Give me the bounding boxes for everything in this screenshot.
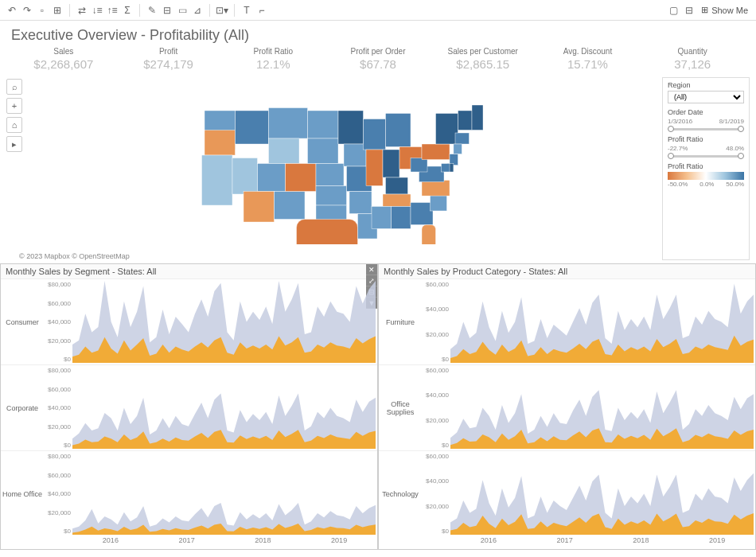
svg-rect-24: [386, 114, 411, 147]
svg-rect-29: [372, 206, 392, 228]
group-icon[interactable]: ⊟: [160, 3, 174, 18]
kpi-sales-per-customer: Sales per Customer $2,865.15: [431, 47, 536, 71]
svg-rect-2: [202, 155, 233, 205]
svg-rect-8: [244, 192, 275, 223]
orderdate-slider[interactable]: [671, 128, 741, 130]
kpi-profit: Profit $274,179: [116, 47, 221, 71]
slider-handle-min[interactable]: [668, 153, 674, 159]
pin-icon[interactable]: ⊿: [190, 3, 205, 18]
svg-rect-22: [364, 119, 386, 150]
chart-row: Home Office$80,000$60,000$40,000$20,000$…: [1, 451, 377, 536]
kpi-profit-ratio: Profit Ratio 12.1%: [220, 47, 325, 71]
chart-row: Technology$60,000$40,000$20,000$0: [379, 451, 755, 536]
map-view[interactable]: [25, 77, 662, 260]
x-tick: 2017: [149, 536, 225, 549]
svg-rect-18: [344, 144, 366, 166]
svg-rect-41: [455, 133, 470, 144]
presentation-icon[interactable]: ▢: [666, 3, 680, 18]
highlight-icon[interactable]: ✎: [145, 3, 159, 18]
fit-icon[interactable]: ⊡▾: [215, 3, 229, 18]
x-tick: 2017: [527, 536, 603, 549]
svg-rect-11: [308, 111, 339, 138]
kpi-sales: Sales $2,268,607: [11, 47, 116, 71]
text-icon[interactable]: T: [240, 3, 254, 18]
svg-rect-30: [392, 206, 411, 228]
svg-rect-23: [366, 150, 383, 186]
toolbar: ↶ ↷ ▫ ⊞ ⇄ ↓≡ ↑≡ Σ ✎ ⊟ ▭ ⊿ ⊡▾ T ⌐ ▢ ⊟ ⊞ S…: [0, 0, 756, 21]
region-select[interactable]: (All): [668, 91, 744, 103]
map-controls: ⌕ + ⌂ ▸: [6, 77, 25, 260]
slider-handle-max[interactable]: [738, 153, 744, 159]
kpi-row: Sales $2,268,607 Profit $274,179 Profit …: [0, 45, 756, 77]
category-chart-title: Monthly Sales by Product Category - Stat…: [379, 264, 755, 279]
save-icon[interactable]: ▫: [35, 3, 49, 18]
chart-plot[interactable]: $80,000$60,000$40,000$20,000$0: [44, 279, 377, 364]
map-zoom-in-icon[interactable]: +: [6, 98, 22, 114]
slider-handle-max[interactable]: [738, 126, 744, 132]
profitratio-slider[interactable]: [671, 155, 741, 158]
swap-icon[interactable]: ⇄: [75, 3, 89, 18]
svg-rect-45: [442, 164, 450, 173]
close-icon[interactable]: ✕: [366, 264, 377, 275]
worksheet-icon[interactable]: ▭: [175, 3, 189, 18]
svg-rect-3: [232, 158, 258, 195]
x-tick: 2016: [72, 536, 149, 549]
map-home-icon[interactable]: ⌂: [6, 117, 22, 133]
cards-icon[interactable]: ⊟: [682, 3, 696, 18]
labels-icon[interactable]: ⌐: [255, 3, 269, 18]
kpi-quantity: Quantity 37,126: [640, 47, 745, 71]
category-chart-panel: Monthly Sales by Product Category - Stat…: [378, 263, 756, 550]
chart-plot[interactable]: $80,000$60,000$40,000$20,000$0: [44, 451, 377, 536]
show-me-button[interactable]: ⊞ Show Me: [698, 5, 751, 15]
x-tick: 2016: [450, 536, 527, 549]
svg-rect-40: [472, 105, 483, 130]
dashboard-title: Executive Overview - Profitability (All): [0, 21, 756, 45]
svg-rect-39: [458, 111, 473, 130]
chart-row-label: Consumer: [1, 279, 44, 364]
chart-plot[interactable]: $60,000$40,000$20,000$0: [422, 279, 755, 364]
show-me-label: Show Me: [711, 6, 748, 15]
map-search-icon[interactable]: ⌕: [6, 79, 22, 95]
show-me-icon: ⊞: [701, 5, 708, 15]
sort-asc-icon[interactable]: ↓≡: [90, 3, 104, 18]
segment-chart-title: Monthly Sales by Segment - States: All: [1, 264, 377, 279]
x-tick: 2019: [679, 536, 755, 549]
x-tick: 2019: [301, 536, 377, 549]
svg-rect-14: [316, 186, 347, 206]
svg-rect-10: [286, 164, 317, 192]
svg-rect-42: [454, 144, 462, 154]
map-play-icon[interactable]: ▸: [6, 136, 22, 152]
redo-icon[interactable]: ↷: [20, 3, 34, 18]
chart-row-label: Office Supplies: [379, 365, 422, 450]
chart-row-label: Furniture: [379, 279, 422, 364]
profitratio-label: Profit Ratio: [668, 135, 744, 143]
new-data-icon[interactable]: ⊞: [50, 3, 64, 18]
svg-rect-32: [422, 225, 436, 245]
chart-row-label: Home Office: [1, 451, 44, 536]
sort-desc-icon[interactable]: ↑≡: [105, 3, 119, 18]
color-legend: [668, 172, 744, 180]
chart-plot[interactable]: $60,000$40,000$20,000$0: [422, 451, 755, 536]
segment-chart-panel: Monthly Sales by Segment - States: All ✕…: [0, 263, 378, 550]
totals-icon[interactable]: Σ: [120, 3, 134, 18]
svg-rect-28: [383, 194, 411, 206]
region-label: Region: [668, 81, 744, 89]
chart-row: Furniture$60,000$40,000$20,000$0: [379, 279, 755, 365]
chart-row-label: Technology: [379, 451, 422, 536]
undo-icon[interactable]: ↶: [5, 3, 19, 18]
filters-panel: Region (All) Order Date 1/3/2016 8/1/201…: [662, 77, 750, 260]
chart-row: Office Supplies$60,000$40,000$20,000$0: [379, 365, 755, 451]
svg-rect-5: [269, 108, 308, 139]
chart-row-label: Corporate: [1, 365, 44, 450]
svg-rect-34: [422, 181, 450, 197]
svg-rect-20: [349, 192, 372, 214]
svg-rect-25: [383, 150, 399, 177]
chart-row: Consumer$80,000$60,000$40,000$20,000$0: [1, 279, 377, 365]
chart-plot[interactable]: $60,000$40,000$20,000$0: [422, 365, 755, 450]
slider-handle-min[interactable]: [668, 126, 674, 132]
svg-rect-6: [269, 138, 300, 164]
svg-rect-1: [205, 130, 236, 156]
orderdate-label: Order Date: [668, 108, 744, 116]
map-attribution: © 2023 Mapbox © OpenStreetMap: [19, 252, 130, 260]
chart-plot[interactable]: $80,000$60,000$40,000$20,000$0: [44, 365, 377, 450]
